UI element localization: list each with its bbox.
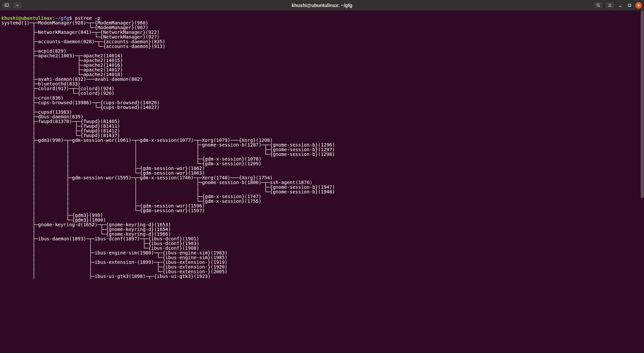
terminal-tab-icon: [4, 3, 9, 8]
svg-point-1: [597, 4, 599, 6]
tab-dropdown-button[interactable]: [13, 2, 22, 9]
close-button[interactable]: [635, 2, 642, 9]
chevron-down-icon: [15, 3, 20, 8]
menu-button[interactable]: [605, 2, 614, 9]
minimize-icon: [619, 4, 622, 7]
new-tab-button[interactable]: [2, 2, 11, 9]
terminal-body[interactable]: khushi@ubuntulinux:~/gfg$ pstree -p syst…: [0, 10, 644, 353]
minimize-button[interactable]: [616, 2, 624, 9]
maximize-button[interactable]: [626, 2, 633, 9]
window-titlebar: khushi@ubuntulinux: ~/gfg: [0, 0, 644, 10]
close-icon: [637, 4, 640, 7]
hamburger-icon: [607, 3, 612, 8]
svg-rect-2: [629, 4, 631, 6]
titlebar-right-controls: [594, 2, 642, 9]
terminal-scrollbar[interactable]: [641, 10, 644, 198]
search-icon: [596, 3, 601, 8]
window-title: khushi@ubuntulinux: ~/gfg: [291, 3, 352, 8]
search-button[interactable]: [594, 2, 603, 9]
titlebar-left-controls: [2, 2, 22, 9]
pstree-output: systemd(1)─┬─ModemManager(928)─┬─{ModemM…: [1, 20, 643, 279]
maximize-icon: [628, 4, 631, 7]
